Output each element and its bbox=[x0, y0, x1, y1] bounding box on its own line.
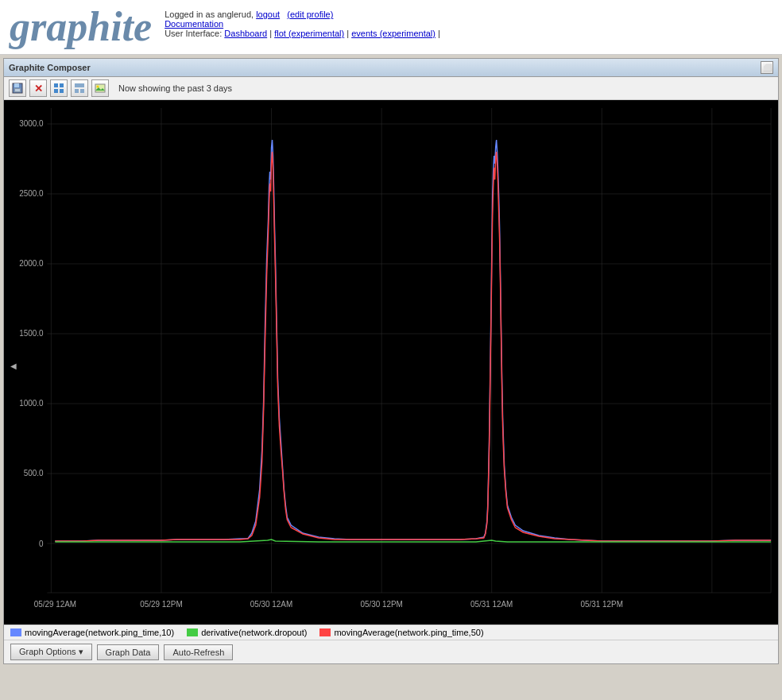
svg-rect-13 bbox=[4, 100, 778, 625]
dashboard-link[interactable]: Dashboard bbox=[224, 29, 267, 38]
svg-text:2000.0: 2000.0 bbox=[19, 259, 44, 268]
graph-area: 3000.0 2500.0 2000.0 1500.0 1000.0 500.0… bbox=[4, 100, 778, 625]
window-maximize-button[interactable]: ⬜ bbox=[761, 61, 773, 74]
graph-svg: 3000.0 2500.0 2000.0 1500.0 1000.0 500.0… bbox=[4, 100, 778, 625]
composer-toolbar: ✕ Now showing the past 3 days bbox=[4, 77, 778, 100]
legend-label-2: movingAverage(network.ping_time,50) bbox=[334, 628, 483, 637]
events-link[interactable]: events (experimental) bbox=[351, 29, 436, 38]
legend-color-0 bbox=[10, 628, 21, 636]
svg-text:1000.0: 1000.0 bbox=[19, 399, 44, 408]
now-showing: Now showing the past 3 days bbox=[118, 83, 232, 93]
svg-text:2500.0: 2500.0 bbox=[19, 189, 44, 198]
layout-button[interactable] bbox=[71, 79, 88, 97]
legend-item-2: movingAverage(network.ping_time,50) bbox=[319, 628, 483, 637]
svg-rect-5 bbox=[60, 83, 64, 87]
svg-text:1500.0: 1500.0 bbox=[19, 329, 44, 338]
svg-rect-9 bbox=[75, 89, 79, 93]
composer-title-bar: Graphite Composer ⬜ bbox=[4, 59, 778, 77]
svg-text:05/29 12PM: 05/29 12PM bbox=[140, 600, 182, 609]
legend-label-0: movingAverage(network.ping_time,10) bbox=[25, 628, 174, 637]
legend: movingAverage(network.ping_time,10) deri… bbox=[4, 625, 778, 640]
grid-button[interactable] bbox=[50, 79, 68, 97]
svg-rect-3 bbox=[15, 89, 20, 91]
composer-panel: Graphite Composer ⬜ ✕ bbox=[3, 58, 779, 664]
svg-rect-4 bbox=[54, 83, 58, 87]
logout-link[interactable]: logout bbox=[256, 10, 280, 19]
svg-text:05/31 12PM: 05/31 12PM bbox=[581, 600, 623, 609]
svg-rect-10 bbox=[80, 89, 84, 93]
legend-item-1: derivative(network.dropout) bbox=[187, 628, 307, 637]
graph-data-button[interactable]: Graph Data bbox=[97, 644, 160, 660]
edit-profile-link[interactable]: (edit profile) bbox=[287, 10, 333, 19]
save-button[interactable] bbox=[9, 79, 26, 97]
svg-text:3000.0: 3000.0 bbox=[19, 119, 44, 128]
documentation-link[interactable]: Documentation bbox=[165, 19, 223, 29]
legend-color-1 bbox=[187, 628, 198, 636]
svg-rect-1 bbox=[14, 83, 19, 87]
legend-item-0: movingAverage(network.ping_time,10) bbox=[10, 628, 174, 637]
svg-text:05/30 12PM: 05/30 12PM bbox=[360, 600, 402, 609]
flot-link[interactable]: flot (experimental) bbox=[274, 29, 344, 38]
svg-rect-11 bbox=[95, 84, 105, 92]
svg-text:05/30 12AM: 05/30 12AM bbox=[250, 600, 292, 609]
logo: graphite bbox=[10, 6, 152, 48]
legend-color-2 bbox=[319, 628, 331, 636]
svg-text:0: 0 bbox=[39, 540, 44, 548]
svg-text:05/31 12AM: 05/31 12AM bbox=[470, 600, 513, 609]
svg-text:◀: ◀ bbox=[10, 362, 17, 370]
header-info: Logged in as anglerud, logout (edit prof… bbox=[165, 6, 440, 38]
image-button[interactable] bbox=[91, 79, 109, 97]
svg-rect-6 bbox=[54, 89, 58, 93]
svg-text:500.0: 500.0 bbox=[24, 469, 44, 478]
bottom-bar: Graph Options ▾ Graph Data Auto-Refresh bbox=[4, 640, 778, 663]
close-button[interactable]: ✕ bbox=[29, 79, 47, 97]
ui-label: User Interface: bbox=[165, 29, 222, 38]
legend-label-1: derivative(network.dropout) bbox=[201, 628, 307, 637]
auto-refresh-button[interactable]: Auto-Refresh bbox=[164, 644, 233, 660]
svg-rect-8 bbox=[75, 83, 84, 87]
user-info-text: Logged in as anglerud, bbox=[165, 10, 254, 19]
composer-title: Graphite Composer bbox=[9, 63, 91, 72]
svg-rect-7 bbox=[60, 89, 64, 93]
header: graphite Logged in as anglerud, logout (… bbox=[0, 0, 782, 55]
svg-text:05/29 12AM: 05/29 12AM bbox=[34, 600, 76, 609]
graph-options-button[interactable]: Graph Options ▾ bbox=[10, 644, 92, 660]
